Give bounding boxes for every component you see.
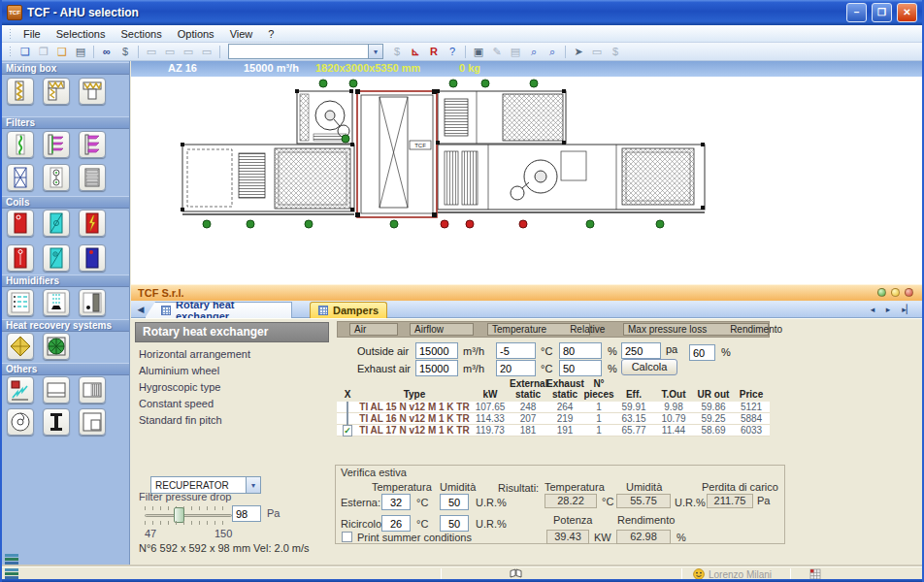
row-checkbox[interactable]: ✓ [343, 425, 352, 436]
save-icon[interactable]: ▤ [72, 44, 89, 59]
tab-first-button[interactable]: ◀ [134, 304, 148, 316]
zoom-in-icon[interactable]: ⌕ [525, 44, 543, 59]
chevron-down-icon[interactable]: ▾ [368, 45, 382, 58]
recovery-wheel-button[interactable] [43, 333, 70, 360]
filter-pressure-input[interactable] [232, 505, 261, 522]
tab-next-button[interactable]: ▸ [881, 304, 895, 316]
exhaust-temp-input[interactable] [496, 360, 536, 376]
export-icon[interactable]: ▭ [180, 44, 197, 59]
filter-bag-button[interactable] [79, 131, 106, 158]
tab-rotary-heat-exchanger[interactable]: Rotary heat exchanger [145, 302, 292, 318]
open-folder-icon[interactable]: ❑ [53, 44, 71, 59]
slider-ticks-bottom [145, 521, 230, 525]
humidifier-spray-button[interactable] [7, 289, 34, 316]
new-file-icon[interactable]: ❏ [16, 44, 34, 59]
humidifier-steam-button[interactable] [43, 289, 70, 316]
menu-item-view[interactable]: View [222, 26, 261, 42]
table-row[interactable]: TI AL 15 N v12 M 1 K TR 107.65 248 264 1… [337, 402, 770, 413]
chevron-down-icon[interactable]: ▾ [246, 477, 260, 493]
coil-hot-water-button[interactable] [7, 210, 34, 237]
yellow-dot-icon[interactable] [891, 288, 900, 297]
filter-panel-stack-button[interactable] [79, 164, 106, 191]
filter-hepa-button[interactable] [7, 164, 34, 191]
mixing-box-corner-button[interactable] [43, 78, 70, 105]
menu-item-help[interactable]: ? [260, 26, 281, 42]
copy-icon[interactable]: ❐ [35, 44, 52, 59]
mixing-box-top-button[interactable] [79, 78, 106, 105]
ricircolo-temp-input[interactable] [381, 515, 411, 532]
damper-section-button[interactable] [7, 376, 34, 404]
outside-rh-input[interactable] [559, 342, 602, 359]
calcola-button[interactable]: Calcola [621, 359, 677, 375]
ahu-drawing-canvas[interactable]: TCF [131, 77, 924, 284]
coil-steam-button[interactable] [7, 244, 34, 272]
close-button[interactable]: ✕ [897, 3, 917, 22]
fan-section-button[interactable] [7, 408, 34, 436]
selected-section-rotary[interactable]: TCF [357, 91, 437, 217]
tab-prev-button[interactable]: ◂ [866, 304, 879, 316]
menu-item-options[interactable]: Options [170, 26, 222, 42]
mail-icon[interactable]: ▭ [198, 44, 215, 59]
mixing-box-straight-button[interactable] [7, 78, 34, 105]
binoculars-icon[interactable]: ∞ [98, 44, 116, 59]
dollar-icon[interactable]: $ [388, 44, 406, 59]
deg-unit: °C [416, 518, 428, 530]
outside-temp-input[interactable] [496, 342, 536, 359]
book-icon[interactable] [510, 568, 522, 579]
structure-section-button[interactable] [43, 408, 70, 436]
save-as-icon[interactable]: ▤ [507, 44, 524, 59]
status-divider [441, 568, 442, 579]
ricircolo-hum-input[interactable] [440, 515, 469, 532]
coil-cold-water-button[interactable] [43, 210, 70, 237]
filter-bag-long-button[interactable] [43, 131, 70, 158]
humidifier-evaporative-button[interactable] [79, 289, 106, 316]
print-summer-checkbox[interactable] [342, 532, 352, 542]
help-icon[interactable]: ? [444, 44, 461, 59]
pointer-icon[interactable]: ➤ [570, 44, 587, 59]
print-icon[interactable]: ▭ [143, 44, 160, 59]
coil-condenser-button[interactable] [79, 244, 106, 272]
menu-item-file[interactable]: File [16, 26, 49, 42]
menu-item-sections[interactable]: Sections [114, 26, 170, 42]
filter-roll-button[interactable] [43, 164, 70, 191]
table-row[interactable]: TI AL 16 N v12 M 1 K TR 114.33 207 219 1… [337, 413, 770, 425]
rendimento-input[interactable] [689, 344, 715, 361]
price-icon[interactable]: $ [116, 44, 134, 59]
menu-item-selections[interactable]: Selections [49, 26, 114, 42]
dollar2-icon[interactable]: $ [607, 44, 624, 59]
pencil-icon[interactable]: ✎ [488, 44, 506, 59]
coil-electric-button[interactable] [79, 210, 106, 237]
window-icon[interactable]: ▣ [470, 44, 487, 59]
feature-item: Hygroscopic type [139, 379, 250, 396]
note-icon[interactable]: ▭ [588, 44, 606, 59]
chart-icon[interactable]: ⊾ [407, 44, 424, 59]
filter-flat-button[interactable] [7, 131, 34, 158]
r-report-icon[interactable]: R [425, 44, 443, 59]
green-dot-icon[interactable] [877, 288, 886, 297]
outside-airflow-input[interactable] [415, 342, 458, 359]
tab-dampers[interactable]: Dampers [310, 302, 387, 318]
access-section-button[interactable] [79, 408, 106, 436]
row-checkbox[interactable] [346, 413, 348, 425]
red-dot-icon[interactable] [905, 288, 913, 297]
max-pressure-input[interactable] [621, 342, 661, 359]
exhaust-rh-input[interactable] [559, 360, 602, 376]
silencer-section-button[interactable] [79, 376, 106, 404]
restore-button[interactable]: ❐ [872, 3, 892, 22]
recovery-plate-button[interactable] [7, 333, 34, 360]
zoom-out-icon[interactable]: ⌕ [544, 44, 561, 59]
esterna-hum-input[interactable] [440, 494, 469, 510]
unit-select-combobox[interactable]: ▾ [228, 44, 383, 59]
section-header-humidifiers: Humidifiers [2, 275, 129, 287]
filter-pressure-slider[interactable] [145, 514, 232, 517]
row-checkbox[interactable] [346, 402, 348, 413]
print-preview-icon[interactable]: ▭ [161, 44, 179, 59]
exhaust-airflow-input[interactable] [415, 360, 458, 376]
filter-flat-icon [10, 134, 31, 155]
minimize-button[interactable]: – [846, 3, 867, 22]
esterna-temp-input[interactable] [381, 494, 411, 510]
tab-last-button[interactable]: ▸▏ [901, 304, 914, 316]
coil-dx-button[interactable] [43, 244, 70, 272]
table-row[interactable]: ✓ TI AL 17 N v12 M 1 K TR 119.73 181 191… [337, 425, 770, 436]
empty-section-button[interactable] [43, 376, 70, 404]
